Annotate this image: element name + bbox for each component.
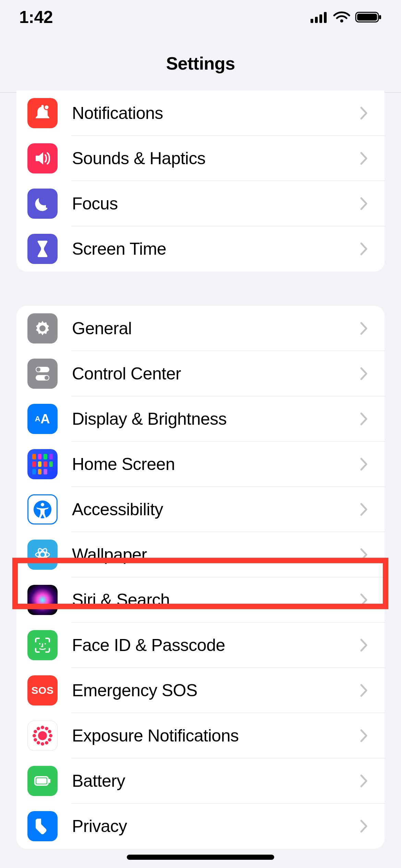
wifi-icon — [333, 11, 350, 23]
control-center-icon — [27, 359, 58, 389]
svg-point-11 — [36, 367, 40, 372]
display-brightness-icon: AA — [27, 404, 58, 434]
status-icons — [311, 11, 382, 23]
row-exposure-notifications[interactable]: Exposure Notifications — [16, 713, 385, 758]
exposure-icon — [27, 721, 58, 751]
row-label: Face ID & Passcode — [72, 635, 354, 655]
row-siri-search[interactable]: Siri & Search — [16, 577, 385, 623]
battery-icon — [27, 766, 58, 796]
svg-point-21 — [45, 643, 46, 644]
svg-point-8 — [44, 105, 49, 110]
row-sounds-haptics[interactable]: Sounds & Haptics — [16, 136, 385, 181]
chevron-right-icon — [354, 242, 374, 255]
chevron-right-icon — [354, 639, 374, 652]
settings-group-2: General Control Center AA Display & Brig… — [16, 306, 385, 849]
row-display-brightness[interactable]: AA Display & Brightness — [16, 396, 385, 442]
privacy-icon — [27, 811, 58, 841]
page-title: Settings — [166, 53, 235, 74]
row-label: Display & Brightness — [72, 409, 354, 429]
svg-point-13 — [45, 376, 49, 380]
svg-rect-6 — [357, 14, 377, 21]
chevron-right-icon — [354, 729, 374, 742]
sounds-icon — [27, 143, 58, 173]
chevron-right-icon — [354, 322, 374, 335]
general-icon — [27, 313, 58, 343]
chevron-right-icon — [354, 458, 374, 471]
status-bar: 1:42 — [0, 0, 401, 34]
chevron-right-icon — [354, 774, 374, 787]
face-id-icon — [27, 630, 58, 660]
row-wallpaper[interactable]: Wallpaper — [16, 532, 385, 577]
chevron-right-icon — [354, 593, 374, 606]
row-accessibility[interactable]: Accessibility — [16, 487, 385, 532]
row-focus[interactable]: Focus — [16, 181, 385, 226]
svg-rect-0 — [311, 19, 313, 23]
sos-text: SOS — [32, 685, 54, 696]
row-label: General — [72, 318, 354, 338]
row-label: Notifications — [72, 103, 354, 123]
row-notifications[interactable]: Notifications — [16, 91, 385, 136]
row-control-center[interactable]: Control Center — [16, 351, 385, 396]
notifications-icon — [27, 98, 58, 128]
focus-icon — [27, 189, 58, 219]
row-label: Home Screen — [72, 454, 354, 474]
settings-group-1: Notifications Sounds & Haptics Focus Scr… — [16, 91, 385, 272]
row-label: Privacy — [72, 816, 354, 836]
chevron-right-icon — [354, 367, 374, 380]
svg-point-15 — [41, 503, 44, 506]
wallpaper-icon — [27, 540, 58, 570]
svg-point-4 — [340, 20, 343, 23]
svg-rect-3 — [324, 12, 327, 23]
chevron-right-icon — [354, 820, 374, 833]
row-battery[interactable]: Battery — [16, 758, 385, 804]
screen-time-icon — [27, 234, 58, 264]
row-label: Siri & Search — [72, 590, 354, 610]
svg-rect-7 — [379, 15, 381, 19]
settings-list[interactable]: Notifications Sounds & Haptics Focus Scr… — [0, 91, 401, 849]
row-screen-time[interactable]: Screen Time — [16, 226, 385, 272]
row-home-screen[interactable]: Home Screen — [16, 442, 385, 487]
accessibility-icon — [27, 494, 58, 525]
siri-icon — [27, 585, 58, 615]
cellular-icon — [311, 11, 328, 23]
row-label: Wallpaper — [72, 545, 354, 565]
row-label: Emergency SOS — [72, 680, 354, 700]
battery-icon — [355, 11, 382, 23]
svg-point-20 — [39, 643, 40, 644]
row-label: Screen Time — [72, 239, 354, 259]
chevron-right-icon — [354, 412, 374, 425]
svg-rect-1 — [315, 17, 318, 23]
svg-rect-2 — [319, 14, 322, 23]
chevron-right-icon — [354, 197, 374, 210]
svg-rect-23 — [49, 779, 50, 783]
row-label: Battery — [72, 771, 354, 791]
home-screen-icon — [27, 449, 58, 479]
svg-point-9 — [39, 325, 46, 331]
row-emergency-sos[interactable]: SOS Emergency SOS — [16, 668, 385, 713]
status-time: 1:42 — [19, 7, 53, 27]
svg-point-17 — [36, 552, 49, 557]
row-label: Control Center — [72, 364, 354, 384]
chevron-right-icon — [354, 152, 374, 165]
svg-rect-24 — [36, 778, 47, 784]
home-indicator[interactable] — [127, 855, 274, 860]
row-label: Focus — [72, 194, 354, 214]
emergency-sos-icon: SOS — [27, 675, 58, 706]
row-label: Exposure Notifications — [72, 726, 354, 746]
row-label: Accessibility — [72, 499, 354, 519]
chevron-right-icon — [354, 107, 374, 120]
chevron-right-icon — [354, 684, 374, 697]
chevron-right-icon — [354, 548, 374, 561]
row-general[interactable]: General — [16, 306, 385, 351]
row-face-id-passcode[interactable]: Face ID & Passcode — [16, 623, 385, 668]
chevron-right-icon — [354, 503, 374, 516]
settings-header: Settings — [0, 34, 401, 93]
row-label: Sounds & Haptics — [72, 148, 354, 168]
row-privacy[interactable]: Privacy — [16, 804, 385, 849]
